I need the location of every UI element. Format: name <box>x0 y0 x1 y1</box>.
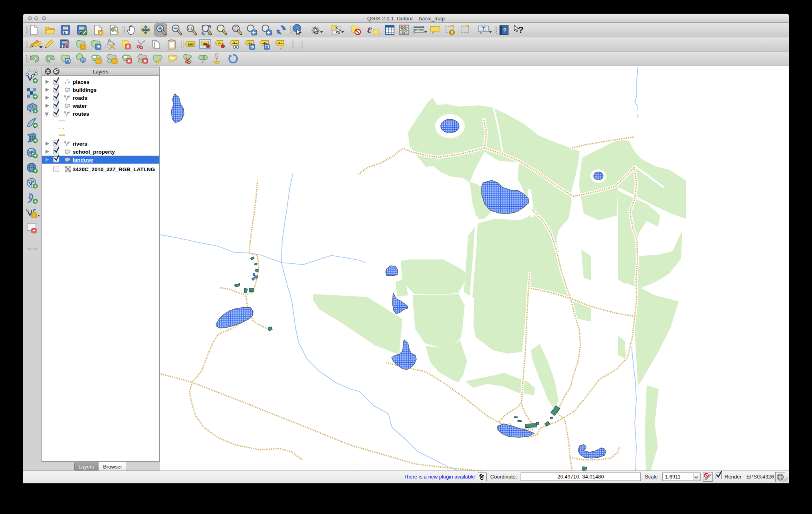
svg-text:1:1: 1:1 <box>188 27 192 30</box>
svg-text:?: ? <box>518 25 523 35</box>
svg-text:ε: ε <box>367 23 372 35</box>
